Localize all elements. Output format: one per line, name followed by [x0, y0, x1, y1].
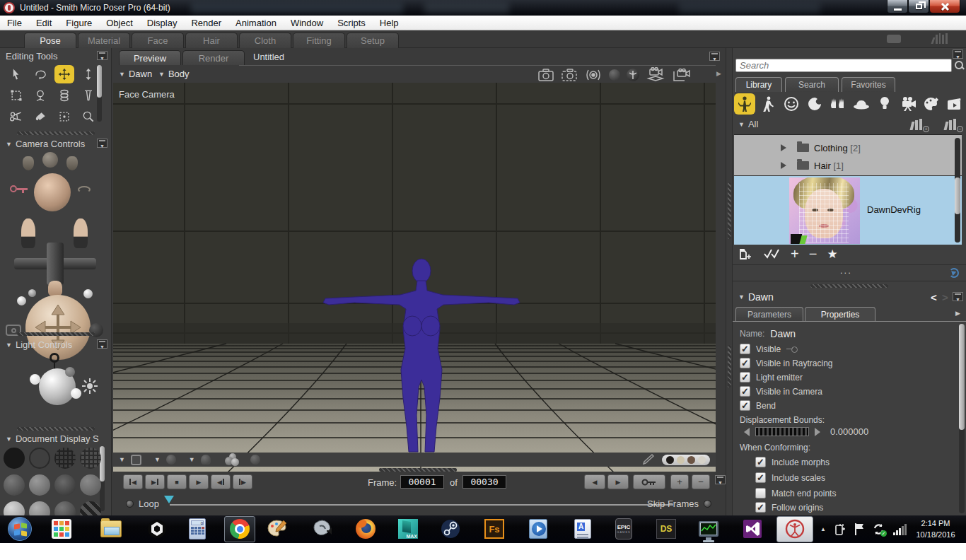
element-style-icon[interactable]	[201, 455, 211, 465]
panel-menu-button[interactable]: ▼	[97, 139, 107, 148]
menu-help[interactable]: Help	[373, 16, 406, 30]
animating-camera-icon[interactable]	[646, 67, 665, 83]
delete-keyframe-button[interactable]: −	[692, 474, 710, 489]
menu-window[interactable]: Window	[284, 16, 330, 30]
tab-overflow-arrow[interactable]: ▶	[955, 310, 960, 317]
right-hand-camera-icon[interactable]	[66, 156, 78, 170]
document-menu-button[interactable]: ▼	[709, 52, 720, 61]
minimize-button[interactable]	[887, 0, 908, 13]
playback-menu-button[interactable]: ▼	[715, 475, 726, 484]
unity-icon[interactable]	[146, 518, 168, 540]
light-dot-upper-right[interactable]	[65, 367, 75, 377]
grid-app-icon[interactable]	[50, 518, 73, 540]
step-forward-button[interactable]: ▶	[233, 474, 252, 489]
tab-properties[interactable]: Properties	[805, 307, 875, 321]
dropdown-icon[interactable]: ▼	[189, 456, 195, 463]
eject-hardware-icon[interactable]	[834, 523, 846, 536]
remove-icon[interactable]: −	[809, 246, 817, 262]
last-frame-button[interactable]: ▶	[145, 474, 165, 489]
fuse-icon[interactable]: Fs	[483, 518, 506, 540]
panel-resize-handle[interactable]	[17, 132, 95, 135]
style-hidden-line[interactable]	[80, 448, 101, 469]
panel-menu-button[interactable]: ▼	[97, 51, 107, 60]
menu-animation[interactable]: Animation	[228, 16, 284, 30]
sync-icon[interactable]: ✓	[873, 523, 885, 535]
light-dot-top[interactable]	[50, 353, 59, 363]
daz-studio-icon[interactable]: DS	[655, 518, 677, 540]
library-all-dropdown[interactable]: ▼ All	[738, 119, 758, 129]
style-outline[interactable]	[29, 448, 50, 469]
camera-icon[interactable]	[537, 68, 554, 82]
favorite-star-icon[interactable]: ★	[827, 247, 837, 262]
cameras-icon[interactable]	[897, 93, 919, 115]
key-icon[interactable]	[786, 346, 798, 352]
swatch-brown[interactable]	[687, 456, 695, 464]
tab-cloth[interactable]: Cloth	[239, 33, 291, 48]
tab-search[interactable]: Search	[785, 77, 839, 92]
tab-library[interactable]: Library	[735, 77, 782, 92]
explorer-folder-icon[interactable]	[100, 518, 122, 540]
poses-icon[interactable]	[757, 93, 779, 115]
panel-resize-handle[interactable]	[17, 332, 95, 336]
panel-splitter[interactable]	[726, 48, 733, 515]
select-tool[interactable]	[4, 64, 28, 85]
tab-render[interactable]: Render	[182, 50, 245, 65]
style-lit-wireframe[interactable]	[4, 474, 25, 496]
menu-file[interactable]: File	[0, 16, 29, 30]
pencil-icon[interactable]	[642, 454, 656, 465]
list-scrollbar[interactable]	[955, 177, 960, 214]
style-cartoon[interactable]	[80, 474, 101, 496]
tab-preview[interactable]: Preview	[119, 50, 181, 65]
part-select-menu[interactable]: ▼ Body	[158, 69, 190, 79]
checkbox[interactable]: ✓	[755, 488, 766, 498]
camera-dolly-icon[interactable]	[561, 68, 578, 82]
collapse-triangle-icon[interactable]: ▼	[6, 436, 12, 443]
dawndevrig-thumbnail[interactable]	[789, 177, 860, 244]
close-button[interactable]	[929, 0, 960, 13]
tab-fitting[interactable]: Fitting	[293, 33, 345, 48]
timeline-track[interactable]	[170, 504, 673, 506]
view-magnifier-tool[interactable]	[76, 106, 100, 127]
panel-resize-handle[interactable]	[810, 284, 888, 288]
wordpad-icon[interactable]: A	[571, 518, 594, 540]
folder-row-clothing[interactable]: Clothing [2]	[734, 139, 962, 156]
panel-menu-button[interactable]: ▼	[953, 292, 963, 301]
comment-bubble-icon[interactable]	[887, 35, 901, 43]
step-back-button[interactable]: ◀	[211, 474, 231, 489]
face-camera-trackball[interactable]	[34, 173, 71, 211]
next-keyframe-button[interactable]: ▶	[607, 474, 629, 489]
swatch-light[interactable]	[698, 456, 706, 464]
loop-toggle[interactable]	[126, 500, 134, 508]
poser-icon[interactable]	[784, 518, 806, 540]
tab-material[interactable]: Material	[78, 33, 130, 48]
swatch-beige[interactable]	[677, 456, 685, 464]
expand-triangle-icon[interactable]	[781, 144, 790, 151]
props-icon[interactable]	[851, 93, 872, 115]
right-hand-icon[interactable]	[74, 218, 88, 248]
twist-tool[interactable]	[28, 85, 52, 106]
expressions-icon[interactable]	[781, 93, 802, 115]
scale-tool[interactable]	[4, 85, 28, 106]
expand-triangle-icon[interactable]	[781, 162, 790, 169]
collapse-triangle-icon[interactable]: ▼	[6, 141, 12, 148]
taper-tool[interactable]	[76, 85, 100, 106]
firefox-icon[interactable]	[354, 518, 377, 540]
chrome-icon[interactable]	[228, 518, 251, 540]
tab-hair[interactable]: Hair	[185, 33, 238, 48]
checkbox[interactable]: ✓	[740, 386, 750, 397]
current-camera-icon[interactable]	[672, 67, 692, 83]
total-frames-input[interactable]	[462, 475, 506, 489]
tab-face[interactable]: Face	[132, 33, 184, 48]
menu-figure[interactable]: Figure	[59, 16, 99, 30]
menu-scripts[interactable]: Scripts	[330, 16, 373, 30]
camera-pitch-bar[interactable]	[47, 243, 64, 285]
hands-icon[interactable]	[827, 93, 849, 115]
show-hidden-icon[interactable]: ▲	[820, 526, 826, 532]
calculator-icon[interactable]: 0	[186, 518, 209, 540]
panel-menu-button[interactable]: ▼	[953, 49, 963, 59]
checkbox[interactable]: ✓	[755, 457, 766, 467]
scenes-icon[interactable]	[944, 93, 965, 115]
library-columns-icon[interactable]	[932, 33, 948, 44]
lens-icon[interactable]	[584, 68, 603, 82]
background-color-swatches[interactable]	[662, 455, 710, 465]
